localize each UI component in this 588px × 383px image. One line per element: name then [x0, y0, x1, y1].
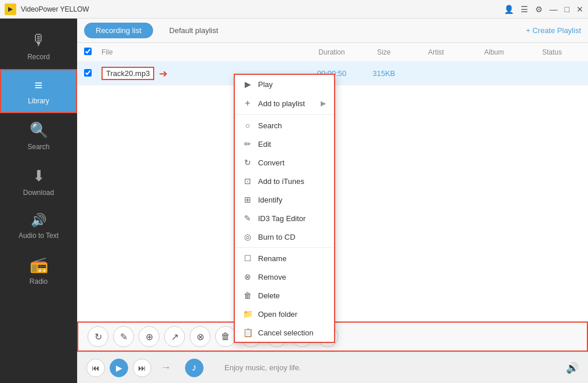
menu-label-delete: Delete	[258, 291, 280, 300]
player-bar: ⏮ ▶ ⏭ → ♪ Enjoy music, enjoy life. 🔊	[77, 352, 588, 383]
menu-label-rename: Rename	[258, 254, 286, 263]
app-logo: ▶	[5, 3, 16, 15]
rename-icon: ☐	[243, 254, 252, 263]
menu-item-convert[interactable]: ↻ Convert	[235, 153, 334, 172]
convert-icon: ↻	[243, 158, 252, 167]
menu-label-search: Search	[258, 121, 282, 130]
volume-icon[interactable]: 🔊	[566, 362, 579, 374]
tabbar: Recording list Default playlist + Create…	[77, 19, 588, 43]
sidebar-label-download: Download	[23, 189, 54, 197]
edit-icon: ✏	[243, 139, 252, 149]
prev-button[interactable]: ⏮	[86, 359, 105, 377]
sidebar-item-record[interactable]: 🎙 Record	[0, 23, 77, 69]
identify-icon: ⊞	[243, 195, 252, 204]
toolbar-refresh-button[interactable]: ↻	[88, 326, 108, 347]
menu-item-search[interactable]: ○ Search	[235, 116, 334, 135]
menu-label-burn-cd: Burn to CD	[258, 233, 295, 241]
sidebar-item-library[interactable]: ≡ Library	[0, 69, 77, 113]
radio-icon: 📻	[30, 256, 48, 274]
menu-item-burn-cd[interactable]: ◎ Burn to CD	[235, 227, 334, 246]
tab-recording-list[interactable]: Recording list	[84, 23, 153, 38]
app-title: VideoPower YELLOW	[21, 5, 89, 13]
menu-item-edit[interactable]: ✏ Edit	[235, 135, 334, 153]
close-icon[interactable]: ✕	[576, 5, 583, 14]
menu-label-convert: Convert	[258, 158, 285, 167]
menu-label-remove: Remove	[258, 273, 286, 281]
menu-label-cancel-selection: Cancel selection	[258, 328, 313, 337]
sidebar-item-radio[interactable]: 📻 Radio	[0, 248, 77, 294]
next-button[interactable]: ⏭	[133, 359, 151, 377]
progress-arrow-icon: →	[161, 362, 171, 374]
delete-icon: 🗑	[243, 291, 252, 300]
play-icon: ▶	[243, 80, 252, 89]
sidebar-label-radio: Radio	[30, 277, 48, 286]
add-playlist-icon: +	[243, 98, 252, 109]
col-header-file: File	[101, 48, 303, 56]
toolbar-export-button[interactable]: ↗	[164, 326, 185, 347]
content-area: Recording list Default playlist + Create…	[77, 19, 588, 383]
itunes-icon: ⊡	[243, 176, 252, 186]
menu-label-id3-tag: ID3 Tag Editor	[258, 214, 306, 223]
submenu-arrow-icon: ▶	[321, 99, 326, 107]
library-icon: ≡	[34, 77, 42, 93]
toolbar-search-button[interactable]: ⊕	[139, 326, 159, 347]
user-icon[interactable]: 👤	[504, 5, 514, 14]
col-header-artist: Artist	[407, 48, 465, 56]
menu-item-cancel-selection[interactable]: 📋 Cancel selection	[235, 323, 334, 342]
menu-item-id3-tag[interactable]: ✎ ID3 Tag Editor	[235, 209, 334, 227]
minimize-icon[interactable]: —	[550, 5, 558, 14]
menu-label-add-playlist: Add to playlist	[258, 99, 305, 108]
sidebar-item-audio-to-text[interactable]: 🔊 Audio to Text	[0, 205, 77, 248]
titlebar: ▶ VideoPower YELLOW 👤 ☰ ⚙ — □ ✕	[0, 0, 588, 19]
microphone-icon: 🎙	[31, 31, 46, 49]
select-all-checkbox[interactable]	[84, 48, 92, 55]
search-circle-icon: ○	[243, 121, 252, 130]
maximize-icon[interactable]: □	[565, 5, 569, 14]
player-controls: ⏮ ▶ ⏭	[86, 359, 151, 377]
toolbar-remove-button[interactable]: ⊗	[190, 326, 210, 347]
context-menu: ▶ Play + Add to playlist ▶ ○ Search ✏ Ed…	[234, 74, 335, 343]
play-button[interactable]: ▶	[110, 359, 128, 377]
download-icon: ⬇	[32, 167, 45, 185]
tab-default-playlist[interactable]: Default playlist	[158, 23, 230, 38]
music-note-button[interactable]: ♪	[185, 359, 204, 377]
enjoy-text: Enjoy music, enjoy life.	[224, 363, 301, 372]
menu-item-add-itunes[interactable]: ⊡ Add to iTunes	[235, 172, 334, 190]
row-size: 315KB	[361, 69, 407, 78]
menu-divider-1	[235, 114, 334, 115]
menu-item-remove[interactable]: ⊗ Remove	[235, 268, 334, 286]
search-icon: 🔍	[30, 121, 48, 139]
toolbar-edit-button[interactable]: ✎	[113, 326, 134, 347]
menu-icon[interactable]: ☰	[521, 5, 528, 14]
menu-item-delete[interactable]: 🗑 Delete	[235, 286, 334, 305]
row-checkbox[interactable]	[84, 69, 92, 77]
settings-icon[interactable]: ⚙	[535, 5, 543, 14]
burn-cd-icon: ◎	[243, 232, 252, 241]
cancel-selection-icon: 📋	[243, 328, 252, 337]
remove-icon: ⊗	[243, 272, 252, 281]
menu-divider-2	[235, 247, 334, 248]
col-header-duration: Duration	[303, 48, 361, 56]
menu-item-play[interactable]: ▶ Play	[235, 75, 334, 93]
col-header-album: Album	[465, 48, 523, 56]
menu-item-add-playlist[interactable]: + Add to playlist ▶	[235, 93, 334, 113]
table-header: File Duration Size Artist Album Status	[77, 43, 588, 62]
menu-label-edit: Edit	[258, 140, 271, 149]
menu-item-identify[interactable]: ⊞ Identify	[235, 190, 334, 209]
id3-tag-icon: ✎	[243, 214, 252, 223]
sidebar-item-download[interactable]: ⬇ Download	[0, 159, 77, 205]
menu-label-open-folder: Open folder	[258, 310, 297, 319]
create-playlist-button[interactable]: + Create Playlist	[526, 26, 581, 35]
main-layout: 🎙 Record ≡ Library 🔍 Search ⬇ Download 🔊…	[0, 19, 588, 383]
arrow-indicator: ➜	[159, 67, 168, 80]
menu-label-identify: Identify	[258, 196, 282, 204]
sidebar: 🎙 Record ≡ Library 🔍 Search ⬇ Download 🔊…	[0, 19, 77, 383]
audio-to-text-icon: 🔊	[31, 213, 46, 228]
menu-item-open-folder[interactable]: 📁 Open folder	[235, 305, 334, 323]
sidebar-label-library: Library	[28, 97, 49, 105]
menu-item-rename[interactable]: ☐ Rename	[235, 249, 334, 268]
filename-cell: Track20.mp3	[101, 67, 154, 80]
sidebar-label-search: Search	[27, 143, 49, 151]
sidebar-item-search[interactable]: 🔍 Search	[0, 113, 77, 159]
toolbar-delete-button[interactable]: 🗑	[215, 326, 236, 347]
